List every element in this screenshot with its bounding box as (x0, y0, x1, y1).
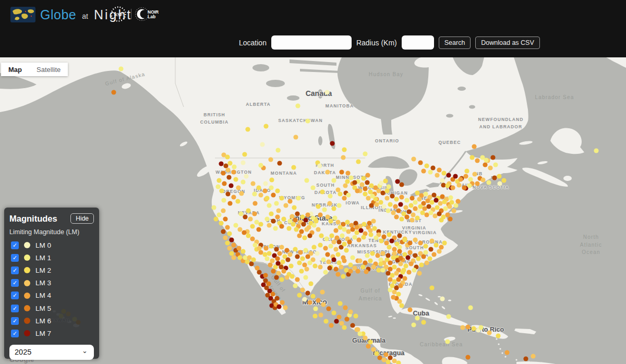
observation-dot (316, 298, 320, 302)
observation-dot (247, 255, 251, 260)
location-input[interactable] (271, 35, 352, 50)
observation-dot (264, 256, 269, 261)
observation-dot (447, 204, 452, 209)
observation-dot (225, 154, 230, 159)
observation-dot (446, 173, 451, 177)
observation-dot (252, 201, 257, 205)
map-canvas[interactable]: CanadaUnited StatesMexicoGuatemalaNicara… (0, 57, 626, 364)
observation-dot (229, 251, 234, 256)
observation-dot (424, 260, 429, 265)
observation-dot (406, 270, 411, 274)
observation-dot (364, 269, 368, 274)
observation-dot (478, 325, 483, 330)
observation-dot (285, 257, 290, 262)
observation-dot (324, 90, 329, 94)
observation-dot (497, 174, 501, 178)
observation-dot (422, 206, 427, 211)
lm-checkbox[interactable]: ✓ (11, 241, 19, 249)
observation-dot (396, 292, 401, 296)
observation-dot (321, 302, 326, 307)
observation-dot (362, 222, 366, 226)
observation-dot (233, 223, 238, 227)
observation-dot (284, 275, 289, 280)
year-select[interactable]: 2025 (9, 345, 94, 360)
observation-dot (238, 211, 243, 216)
observation-dot (310, 185, 315, 190)
observation-dot (338, 301, 342, 306)
observation-dot (463, 174, 468, 178)
observation-dot (216, 212, 221, 217)
observation-dot (293, 217, 297, 222)
observation-dot (402, 237, 407, 242)
observation-dot (263, 124, 268, 128)
observation-dot (399, 195, 404, 199)
observation-dot (377, 355, 382, 360)
observation-dot (445, 212, 450, 217)
observation-dot (307, 300, 312, 305)
observation-dot (387, 232, 391, 237)
observation-dot (468, 177, 473, 181)
observation-dot (399, 216, 404, 221)
observation-dot (369, 203, 374, 208)
lm-color-dot (24, 280, 30, 286)
observation-dot (266, 281, 271, 286)
observation-dot (341, 274, 345, 278)
search-controls: Location Radius (Km) Search Download as … (239, 35, 540, 50)
observation-dot (308, 281, 313, 286)
observation-dot (307, 233, 312, 238)
observation-dot (398, 256, 403, 260)
legend-item: ✓LM 4 (9, 289, 94, 302)
logo-divider (131, 9, 131, 19)
hide-button[interactable]: Hide (70, 213, 94, 224)
radius-label: Radius (Km) (356, 39, 397, 47)
search-button[interactable]: Search (439, 37, 471, 49)
observation-dot (398, 283, 403, 288)
lm-checkbox[interactable]: ✓ (11, 317, 19, 325)
lm-checkbox[interactable]: ✓ (11, 330, 19, 337)
lm-checkbox[interactable]: ✓ (11, 254, 19, 262)
radius-input[interactable] (402, 35, 434, 50)
location-label: Location (239, 39, 267, 47)
observation-dot (287, 252, 292, 257)
observation-dot (384, 196, 389, 200)
lm-color-dot (24, 318, 30, 324)
observation-dot (419, 262, 424, 267)
observation-dot (297, 293, 302, 297)
observation-dot (302, 235, 307, 240)
lm-checkbox[interactable]: ✓ (11, 279, 19, 287)
observation-dot (335, 220, 340, 224)
observation-dot (384, 188, 389, 193)
observation-dot (363, 191, 367, 196)
observation-dot (288, 263, 293, 268)
observation-dot (258, 192, 263, 197)
download-csv-button[interactable]: Download as CSV (475, 37, 539, 49)
observation-dot (349, 223, 354, 227)
observation-dot (435, 205, 439, 210)
observation-dot (398, 261, 403, 266)
observation-dot (336, 239, 341, 244)
observation-dot (425, 198, 430, 203)
observation-dot (380, 268, 385, 272)
observation-dot (228, 183, 233, 188)
observation-dot (442, 199, 447, 204)
observation-dot (342, 325, 346, 330)
lm-checkbox[interactable]: ✓ (11, 266, 19, 274)
map-tab[interactable]: Map (1, 63, 29, 76)
observation-dot (297, 233, 302, 238)
observation-dot (297, 260, 302, 265)
lm-checkbox[interactable]: ✓ (11, 292, 19, 299)
observation-dot (355, 269, 360, 273)
observation-dot (406, 209, 411, 214)
lm-checkbox[interactable]: ✓ (11, 305, 19, 312)
observation-dot (275, 256, 280, 261)
observation-dot (388, 287, 392, 292)
satellite-tab[interactable]: Satellite (29, 63, 68, 76)
observation-dot (256, 227, 261, 232)
observation-dot (395, 179, 400, 184)
lm-label: LM 5 (35, 305, 51, 312)
observation-dot (415, 190, 419, 195)
observation-dot (501, 178, 506, 183)
observation-dot (386, 184, 391, 189)
observation-dot (333, 247, 338, 251)
observation-dot (345, 220, 350, 224)
